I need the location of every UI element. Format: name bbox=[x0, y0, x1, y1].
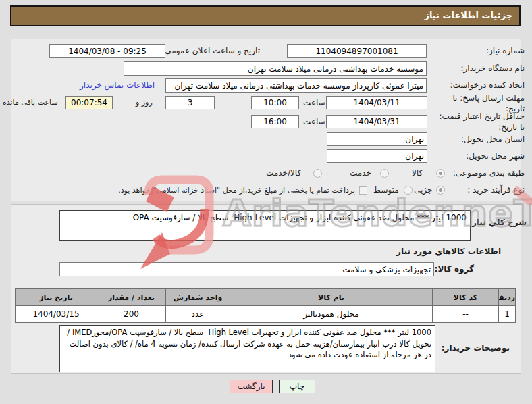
radio-goods-service[interactable] bbox=[313, 169, 322, 178]
radio-goods-service-label: کالا/خدمت bbox=[266, 168, 301, 178]
days-remaining-label: روز و bbox=[136, 98, 153, 107]
buyer-notes-label: توضیحات خریدار: bbox=[442, 343, 510, 353]
buyer-contact-link[interactable]: اطلاعات تماس خریدار bbox=[80, 80, 155, 90]
radio-minor-label: جزیی bbox=[414, 185, 432, 195]
announce-datetime-label: تاریخ و ساعت اعلان عمومی: bbox=[162, 46, 260, 55]
price-validity-time-input[interactable] bbox=[251, 115, 299, 128]
col-need-date: تاریخ نیاز bbox=[16, 289, 97, 306]
buyer-notes-textarea[interactable]: 1000 لیتر *** محلول ضد عفونی کننده ابزار… bbox=[59, 325, 435, 372]
need-number-input[interactable] bbox=[287, 44, 427, 58]
radio-medium[interactable] bbox=[404, 186, 413, 195]
tender-detail-page: جزئیات اطلاعات نیاز شماره نیاز: تاریخ و … bbox=[0, 0, 532, 404]
radio-service-label: خدمت bbox=[350, 168, 371, 178]
col-quantity: تعداد / مقدار bbox=[97, 289, 166, 306]
city-label: شهر محل تحویل: bbox=[466, 151, 525, 161]
time-remaining-input[interactable] bbox=[65, 96, 113, 109]
goods-section-header: اطلاعات کالاهاي مورد نیاز bbox=[396, 247, 501, 256]
back-button[interactable]: بازگشت bbox=[230, 380, 273, 393]
page-title: جزئیات اطلاعات نیاز bbox=[10, 5, 521, 26]
need-description-textarea[interactable]: 1000 لیتر *** محلول ضد عفونی کننده ابزار… bbox=[59, 210, 471, 241]
goods-table-row: 1 -- محلول همودیالیز عدد 200 1404/03/15 bbox=[16, 306, 516, 323]
buyer-name-label: نام دستگاه خریدار: bbox=[461, 64, 525, 73]
cell-need-date: 1404/03/15 bbox=[16, 306, 97, 323]
radio-goods[interactable] bbox=[436, 169, 445, 178]
response-deadline-date-input[interactable] bbox=[326, 96, 427, 109]
goods-group-label: گروه کالا: bbox=[435, 264, 474, 274]
cell-unit: عدد bbox=[166, 306, 230, 323]
treasury-payment-label: پرداخت تمام یا بخشی از مبلغ خرید،از محل … bbox=[118, 186, 355, 195]
col-row-number: ردیف bbox=[499, 289, 516, 306]
request-creator-label: ایجاد کننده درخواست: bbox=[450, 80, 525, 90]
price-validity-date-input[interactable] bbox=[326, 115, 427, 128]
cell-row-number: 1 bbox=[499, 306, 516, 323]
radio-service[interactable] bbox=[380, 169, 389, 178]
radio-minor[interactable] bbox=[436, 186, 445, 195]
city-input[interactable] bbox=[327, 149, 427, 163]
radio-medium-label: متوسط bbox=[373, 185, 399, 195]
goods-table: ردیف کد کالا نام کالا واحد شمارش تعداد /… bbox=[15, 288, 516, 323]
announce-datetime-input[interactable] bbox=[49, 44, 165, 58]
radio-goods-label: کالا bbox=[412, 168, 423, 178]
days-remaining-input[interactable] bbox=[165, 96, 215, 109]
province-input[interactable] bbox=[327, 132, 427, 146]
goods-table-header-row: ردیف کد کالا نام کالا واحد شمارش تعداد /… bbox=[16, 289, 516, 306]
request-creator-input[interactable] bbox=[165, 78, 427, 93]
goods-group-input[interactable] bbox=[59, 262, 434, 276]
purchase-process-label: نوع فرآیند خرید : bbox=[467, 185, 525, 195]
province-label: استان محل تحویل: bbox=[461, 134, 525, 144]
cell-goods-code: -- bbox=[433, 306, 499, 323]
treasury-payment-checkbox[interactable] bbox=[359, 186, 367, 195]
price-validity-hour-label: ساعت bbox=[303, 117, 325, 126]
col-unit: واحد شمارش bbox=[166, 289, 230, 306]
col-goods-code: کد کالا bbox=[433, 289, 499, 306]
need-number-label: شماره نیاز: bbox=[486, 46, 525, 55]
response-deadline-hour-label: ساعت bbox=[303, 98, 325, 107]
price-validity-label-line2: تا تاریخ: bbox=[498, 122, 525, 132]
cell-goods-name: محلول همودیالیز bbox=[230, 306, 433, 323]
response-deadline-label-line1: مهلت ارسال پاسخ: تا bbox=[452, 93, 525, 103]
price-validity-label-line1: حداقل تاریخ اعتبار قیمت: bbox=[439, 111, 525, 121]
print-button[interactable]: چاپ bbox=[279, 380, 315, 393]
cell-quantity: 200 bbox=[97, 306, 166, 323]
buyer-name-input[interactable] bbox=[124, 61, 427, 76]
col-goods-name: نام کالا bbox=[230, 289, 433, 306]
need-description-label: شرح کلي نیاز: bbox=[469, 218, 527, 227]
subject-class-label: طبقه بندی موضوعی: bbox=[453, 168, 525, 178]
response-deadline-time-input[interactable] bbox=[251, 96, 299, 109]
time-remaining-label: ساعت باقی مانده bbox=[3, 98, 58, 107]
